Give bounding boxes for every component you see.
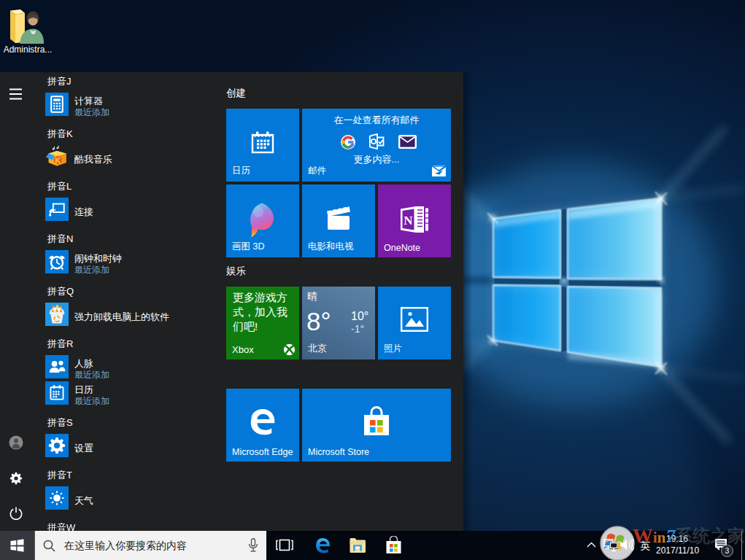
svg-text:N: N [404,214,413,228]
svg-text:K: K [55,157,61,165]
